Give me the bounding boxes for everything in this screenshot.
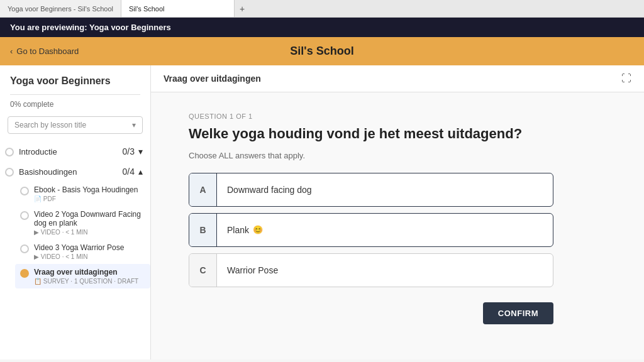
main-layout: Yoga voor Beginners 0% complete Search b… (0, 65, 644, 359)
sidebar-items: Ebook - Basis Yoga Houdingen 📄 PDF Video… (0, 182, 150, 288)
sidebar-divider (10, 94, 140, 95)
sidebar-section-introductie[interactable]: Introductie 0/3 (0, 141, 150, 162)
preview-prefix: You are previewing: (10, 23, 89, 32)
preview-banner: You are previewing: Yoga voor Beginners (0, 18, 644, 37)
answer-option-c[interactable]: C Warrior Pose (189, 253, 553, 287)
answer-letter-c: C (189, 254, 217, 287)
item-survey-meta: 📋 SURVEY · 1 QUESTION · DRAFT (34, 278, 143, 285)
answer-option-b[interactable]: B Plank 😊 (189, 213, 553, 247)
item-video2-title: Video 2 Yoga Downward Facing dog en plan… (34, 210, 143, 228)
video-icon: ▶ (34, 229, 39, 236)
browser-tabs: Yoga voor Beginners - Sil's School Sil's… (0, 0, 644, 18)
header-title: Sil's School (290, 45, 353, 58)
answer-text-b: Plank 😊 (217, 225, 273, 235)
survey-icon: 📋 (34, 278, 42, 285)
confirm-row: CONFIRM (189, 302, 553, 324)
item-circle-icon-2 (20, 211, 29, 220)
browser-tab-1[interactable]: Yoga voor Beginners - Sil's School (0, 0, 121, 17)
answer-b-text: Plank (227, 225, 249, 235)
lesson-search[interactable]: Search by lesson title (8, 116, 143, 134)
browser-tab-2[interactable]: Sil's School (121, 0, 235, 17)
pdf-icon: 📄 (34, 195, 42, 202)
sidebar: Yoga voor Beginners 0% complete Search b… (0, 65, 151, 359)
sidebar-item-survey[interactable]: Vraag over uitdagingen 📋 SURVEY · 1 QUES… (15, 264, 150, 288)
answer-letter-a: A (189, 173, 217, 206)
section-introductie-label: Introductie (19, 147, 57, 156)
sidebar-item-video2[interactable]: Video 2 Yoga Downward Facing dog en plan… (15, 206, 150, 239)
item-circle-icon (20, 187, 29, 195)
section-circle-icon (5, 148, 14, 156)
answer-letter-b: B (189, 214, 217, 246)
section-basishoudingen-label: Basishoudingen (19, 167, 77, 177)
item-video3-title: Video 3 Yoga Warrior Pose (34, 243, 143, 252)
section-basishoudingen-chevron (138, 167, 143, 177)
main-content: Vraag over uitdagingen QUESTION 1 OF 1 W… (151, 65, 644, 359)
chevron-down-icon (132, 121, 136, 129)
go-to-dashboard-link[interactable]: ‹ Go to Dashboard (10, 47, 79, 56)
tab2-label: Sil's School (129, 5, 165, 13)
sidebar-item-ebook[interactable]: Ebook - Basis Yoga Houdingen 📄 PDF (15, 182, 150, 206)
back-label: Go to Dashboard (16, 47, 79, 56)
app-header: ‹ Go to Dashboard Sil's School (0, 37, 644, 65)
item-video2-meta: ▶ VIDEO · < 1 MIN (34, 229, 143, 236)
question-title: Welke yoga houding vond je het meest uit… (189, 125, 553, 143)
tab1-label: Yoga voor Beginners - Sil's School (8, 5, 113, 13)
question-area: QUESTION 1 OF 1 Welke yoga houding vond … (151, 92, 591, 344)
section-basishoudingen-count: 0/4 (123, 167, 135, 177)
confirm-button[interactable]: CONFIRM (483, 302, 553, 324)
answer-option-a[interactable]: A Downward facing dog (189, 173, 553, 207)
section-introductie-count: 0/3 (123, 146, 135, 156)
emoji-icon: 😊 (253, 225, 263, 234)
item-video3-meta: ▶ VIDEO · < 1 MIN (34, 253, 143, 260)
sidebar-item-video3[interactable]: Video 3 Yoga Warrior Pose ▶ VIDEO · < 1 … (15, 239, 150, 264)
back-arrow-icon: ‹ (10, 47, 13, 56)
section-introductie-chevron (138, 146, 143, 156)
video-icon-2: ▶ (34, 253, 39, 260)
item-ebook-meta: 📄 PDF (34, 195, 143, 202)
sidebar-course-title: Yoga voor Beginners (0, 65, 150, 89)
sidebar-section-basishoudingen[interactable]: Basishoudingen 0/4 (0, 162, 150, 182)
new-tab-button[interactable]: + (235, 4, 250, 14)
answer-text-a: Downward facing dog (217, 185, 322, 195)
item-survey-title: Vraag over uitdagingen (34, 268, 143, 277)
item-circle-icon-active (20, 269, 29, 278)
content-section-title: Vraag over uitdagingen (164, 74, 261, 84)
question-instruction: Choose ALL answers that apply. (189, 151, 553, 160)
section-circle-icon-2 (5, 168, 14, 177)
question-number: QUESTION 1 OF 1 (189, 112, 553, 120)
preview-course: Yoga voor Beginners (89, 23, 171, 32)
sidebar-progress: 0% complete (0, 100, 150, 116)
item-ebook-title: Ebook - Basis Yoga Houdingen (34, 185, 143, 194)
content-header: Vraag over uitdagingen (151, 65, 644, 92)
expand-button[interactable] (621, 73, 631, 84)
answer-text-c: Warrior Pose (217, 265, 288, 275)
search-placeholder: Search by lesson title (14, 121, 86, 129)
item-circle-icon-3 (20, 244, 29, 253)
